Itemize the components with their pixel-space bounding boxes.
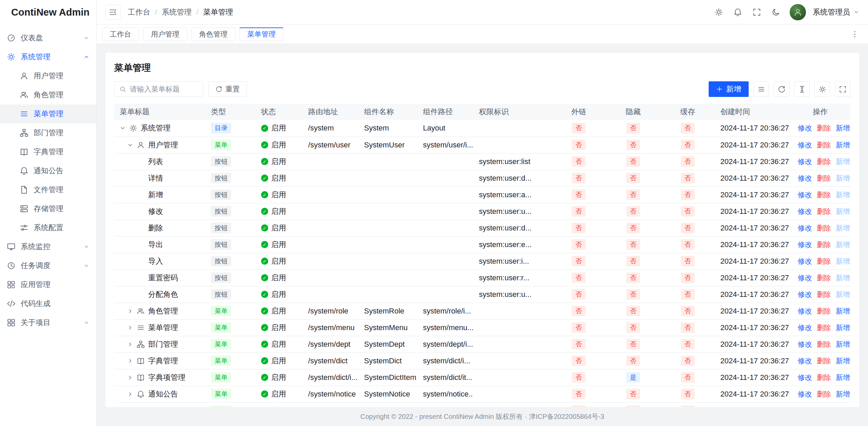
delete-action[interactable]: 删除 [817, 307, 831, 315]
refresh-button[interactable] [774, 81, 789, 97]
tree-cell: 通知公告 [120, 389, 200, 399]
sidebar-subitem-storage[interactable]: 存储管理 [0, 199, 96, 218]
breadcrumb-item[interactable]: 工作台 [128, 7, 150, 17]
sidebar-item-schedule[interactable]: 任务调度 [0, 256, 96, 275]
modify-action[interactable]: 修改 [798, 191, 812, 199]
modify-action[interactable]: 修改 [798, 141, 812, 149]
cell-created: 2024-11-17 20:36:27 [715, 402, 790, 407]
tab-role[interactable]: 角色管理 [191, 27, 235, 41]
sidebar-item-monitor[interactable]: 系统监控 [0, 237, 96, 256]
search-input[interactable] [130, 85, 198, 93]
tab-user[interactable]: 用户管理 [143, 27, 187, 41]
sidebar-subitem-user[interactable]: 用户管理 [0, 66, 96, 85]
tab-menu[interactable]: 菜单管理 [239, 27, 283, 41]
modify-action[interactable]: 修改 [798, 124, 812, 132]
delete-action[interactable]: 删除 [817, 324, 831, 331]
modify-action[interactable]: 修改 [798, 373, 812, 381]
row-expand-icon[interactable] [127, 391, 133, 397]
delete-action[interactable]: 删除 [817, 191, 831, 199]
delete-action[interactable]: 删除 [817, 373, 831, 381]
sidebar-collapse-button[interactable] [105, 5, 120, 20]
delete-action[interactable]: 删除 [817, 174, 831, 182]
row-expand-icon[interactable] [127, 374, 133, 381]
status-enabled-icon: ✓ [261, 291, 268, 298]
modify-action[interactable]: 修改 [798, 340, 812, 348]
settings-button[interactable] [814, 81, 830, 97]
modify-action[interactable]: 修改 [798, 307, 812, 315]
row-expand-icon[interactable] [127, 142, 133, 148]
status-label: 启用 [271, 356, 286, 366]
sidebar-subitem-dept[interactable]: 部门管理 [0, 123, 96, 142]
modify-action[interactable]: 修改 [798, 241, 812, 248]
status: ✓启用 [261, 190, 286, 200]
row-expand-icon[interactable] [127, 308, 133, 314]
list-button[interactable] [753, 81, 769, 97]
modify-action[interactable]: 修改 [798, 357, 812, 365]
sidebar-subitem-menu[interactable]: 菜单管理 [0, 104, 96, 123]
delete-action[interactable]: 删除 [817, 224, 831, 232]
cell-created: 2024-11-17 20:36:27 [715, 170, 790, 186]
modify-action[interactable]: 修改 [798, 390, 812, 398]
tab-more-button[interactable] [847, 26, 863, 42]
username[interactable]: 系统管理员 [813, 7, 850, 17]
sidebar-subitem-file[interactable]: 文件管理 [0, 180, 96, 199]
sidebar-item-codegen[interactable]: 代码生成 [0, 294, 96, 313]
fullscreen-button[interactable] [749, 4, 765, 20]
sidebar-subitem-role[interactable]: 角色管理 [0, 85, 96, 104]
delete-action[interactable]: 删除 [817, 357, 831, 365]
sidebar-item-about[interactable]: 关于项目 [0, 313, 96, 332]
sidebar-item-dashboard[interactable]: 仪表盘 [0, 28, 96, 47]
delete-action[interactable]: 删除 [817, 340, 831, 348]
avatar[interactable] [790, 4, 806, 20]
modify-action[interactable]: 修改 [798, 290, 812, 298]
dark-mode-button[interactable] [768, 4, 784, 20]
cell-permission: system:user:list [473, 153, 551, 170]
cell-route: /system/role [303, 303, 359, 319]
sidebar-subitem-notice[interactable]: 通知公告 [0, 161, 96, 180]
modify-action[interactable]: 修改 [798, 224, 812, 232]
sidebar-subitem-dict[interactable]: 字典管理 [0, 142, 96, 161]
notifications-button[interactable] [730, 4, 746, 20]
add-action[interactable]: 新增 [836, 340, 850, 348]
breadcrumb-item[interactable]: 系统管理 [162, 7, 192, 17]
delete-action[interactable]: 删除 [817, 274, 831, 282]
add-action[interactable]: 新增 [836, 373, 850, 381]
row-expand-icon[interactable] [127, 358, 133, 364]
add-action[interactable]: 新增 [836, 124, 850, 132]
add-action[interactable]: 新增 [836, 324, 850, 331]
add-action: 新增 [836, 174, 850, 182]
modify-action[interactable]: 修改 [798, 158, 812, 165]
delete-action[interactable]: 删除 [817, 257, 831, 265]
modify-action[interactable]: 修改 [798, 257, 812, 265]
delete-action[interactable]: 删除 [817, 207, 831, 215]
delete-action[interactable]: 删除 [817, 390, 831, 398]
add-button[interactable]: 新增 [709, 81, 749, 97]
modify-action[interactable]: 修改 [798, 207, 812, 215]
sidebar-item-system[interactable]: 系统管理 [0, 47, 96, 66]
reset-button[interactable]: 重置 [209, 81, 247, 97]
modify-action[interactable]: 修改 [798, 174, 812, 182]
menu-title: 删除 [148, 223, 163, 233]
sidebar-subitem-config[interactable]: 系统配置 [0, 218, 96, 237]
add-action[interactable]: 新增 [836, 390, 850, 398]
delete-action[interactable]: 删除 [817, 241, 831, 248]
delete-action[interactable]: 删除 [817, 290, 831, 298]
row-expand-icon[interactable] [127, 341, 133, 347]
modify-action[interactable]: 修改 [798, 274, 812, 282]
delete-action[interactable]: 删除 [817, 158, 831, 165]
row-expand-icon[interactable] [120, 125, 126, 131]
row-expand-icon[interactable] [127, 325, 133, 331]
add-action[interactable]: 新增 [836, 307, 850, 315]
delete-action[interactable]: 删除 [817, 141, 831, 149]
delete-action[interactable]: 删除 [817, 124, 831, 132]
cache-badge: 否 [681, 389, 695, 400]
column-height-button[interactable] [794, 81, 810, 97]
add-action[interactable]: 新增 [836, 141, 850, 149]
modify-action[interactable]: 修改 [798, 324, 812, 331]
tab-workbench[interactable]: 工作台 [102, 27, 139, 41]
sidebar-item-apps[interactable]: 应用管理 [0, 275, 96, 294]
settings-icon [7, 53, 16, 61]
add-action[interactable]: 新增 [836, 357, 850, 365]
fullscreen-button[interactable] [835, 81, 850, 97]
settings-button[interactable] [711, 4, 727, 20]
